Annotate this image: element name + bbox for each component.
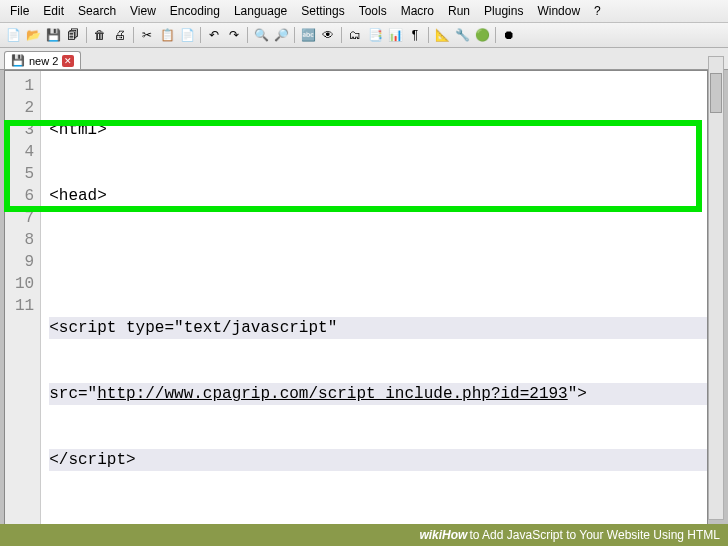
caption-bar: wikiHow to Add JavaScript to Your Websit… [0,524,728,546]
menu-tools[interactable]: Tools [353,2,393,20]
menu-settings[interactable]: Settings [295,2,350,20]
print-icon[interactable]: 🖨 [111,26,129,44]
folder-workspace-icon[interactable]: 🟢 [473,26,491,44]
code-line [49,251,707,273]
code-line: <html> [49,119,707,141]
line-number: 8 [15,229,34,251]
editor-area: 1 2 3 4 5 6 7 8 9 10 11 <html> <head> <s… [0,70,728,530]
menu-search[interactable]: Search [72,2,122,20]
code-line: </script> [49,449,707,471]
paste-icon[interactable]: 📄 [178,26,196,44]
tab-bar: 💾 new 2 ✕ [0,48,728,70]
scrollbar-thumb[interactable] [710,73,722,113]
line-number: 5 [15,163,34,185]
toolbar-separator [247,27,248,43]
cut-icon[interactable]: ✂ [138,26,156,44]
menu-file[interactable]: File [4,2,35,20]
file-tab[interactable]: 💾 new 2 ✕ [4,51,81,69]
toolbar-separator [428,27,429,43]
article-title: to Add JavaScript to Your Website Using … [469,528,720,542]
line-number: 11 [15,295,34,317]
line-number: 1 [15,75,34,97]
url-text: http://www.cpagrip.com/script_include.ph… [97,385,567,403]
show-chars-icon[interactable]: ¶ [406,26,424,44]
toolbar-separator [294,27,295,43]
toolbar: 📄 📂 💾 🗐 🗑 🖨 ✂ 📋 📄 ↶ ↷ 🔍 🔎 🔤 👁 🗂 📑 📊 ¶ 📐 … [0,23,728,48]
line-number-gutter: 1 2 3 4 5 6 7 8 9 10 11 [5,71,41,529]
toolbar-separator [495,27,496,43]
menu-bar: File Edit Search View Encoding Language … [0,0,728,23]
record-macro-icon[interactable]: ⏺ [500,26,518,44]
code-line: <script type="text/javascript" [49,317,707,339]
menu-view[interactable]: View [124,2,162,20]
open-file-icon[interactable]: 📂 [24,26,42,44]
undo-icon[interactable]: ↶ [205,26,223,44]
menu-language[interactable]: Language [228,2,293,20]
indent-guide-icon[interactable]: 📐 [433,26,451,44]
redo-icon[interactable]: ↷ [225,26,243,44]
line-number: 2 [15,97,34,119]
wikihow-brand: wikiHow [419,528,467,542]
save-icon[interactable]: 💾 [44,26,62,44]
zoom-in-icon[interactable]: 🔤 [299,26,317,44]
new-file-icon[interactable]: 📄 [4,26,22,44]
vertical-scrollbar[interactable] [708,56,724,520]
line-number: 6 [15,185,34,207]
toolbar-separator [200,27,201,43]
find-icon[interactable]: 🔍 [252,26,270,44]
menu-macro[interactable]: Macro [395,2,440,20]
line-number: 3 [15,119,34,141]
toolbar-separator [341,27,342,43]
close-tab-icon[interactable]: ✕ [62,55,74,67]
sync-v-icon[interactable]: 🗂 [346,26,364,44]
menu-window[interactable]: Window [531,2,586,20]
toolbar-separator [133,27,134,43]
menu-edit[interactable]: Edit [37,2,70,20]
menu-help[interactable]: ? [588,2,607,20]
zoom-out-icon[interactable]: 👁 [319,26,337,44]
toolbar-separator [86,27,87,43]
code-line: <head> [49,185,707,207]
file-tab-label: new 2 [29,55,58,67]
word-wrap-icon[interactable]: 📊 [386,26,404,44]
line-number: 4 [15,141,34,163]
line-number: 7 [15,207,34,229]
copy-icon[interactable]: 📋 [158,26,176,44]
replace-icon[interactable]: 🔎 [272,26,290,44]
file-unsaved-icon: 💾 [11,54,25,67]
menu-plugins[interactable]: Plugins [478,2,529,20]
line-number: 10 [15,273,34,295]
menu-run[interactable]: Run [442,2,476,20]
code-line: src="http://www.cpagrip.com/script_inclu… [49,383,707,405]
sync-h-icon[interactable]: 📑 [366,26,384,44]
code-editor[interactable]: <html> <head> <script type="text/javascr… [41,71,707,529]
function-list-icon[interactable]: 🔧 [453,26,471,44]
menu-encoding[interactable]: Encoding [164,2,226,20]
close-icon[interactable]: 🗑 [91,26,109,44]
line-number: 9 [15,251,34,273]
save-all-icon[interactable]: 🗐 [64,26,82,44]
